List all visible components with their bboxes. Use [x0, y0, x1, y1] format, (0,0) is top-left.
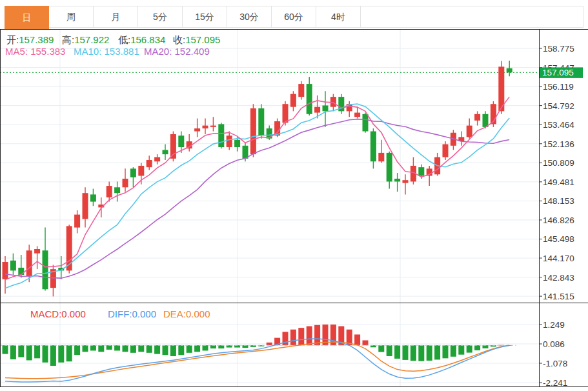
dea-value: 0.000	[186, 308, 210, 319]
svg-text:154.792: 154.792	[543, 101, 574, 111]
ohlc-close: 收:157.095	[173, 34, 220, 46]
macd-legend: MACD:0.000 DIFF:0.000 DEA:0.000	[0, 308, 536, 320]
tab-月[interactable]: 月	[94, 6, 138, 27]
macd-label: MACD:	[30, 308, 61, 319]
tab-15分[interactable]: 15分	[183, 6, 227, 27]
ma10-legend: MA10: 153.881	[74, 46, 139, 57]
ma10-value: 153.881	[105, 46, 139, 57]
ohlc-high: 高:157.922	[62, 34, 109, 46]
svg-text:0.086: 0.086	[543, 339, 565, 349]
svg-text:152.136: 152.136	[543, 139, 574, 149]
tab-bar: 日周月5分15分30分60分4时	[5, 6, 583, 28]
tab-60分[interactable]: 60分	[272, 6, 316, 27]
svg-text:146.826: 146.826	[543, 216, 574, 225]
low-value: 156.834	[130, 34, 165, 45]
price-axis: 158.775157.447156.119154.792153.464152.1…	[539, 44, 574, 301]
dea-value-legend: DEA:0.000	[163, 308, 210, 319]
ohlc-readout: 开:157.389 高:157.922 低:156.834 收:157.095	[0, 34, 536, 46]
svg-text:141.515: 141.515	[543, 292, 574, 301]
tab-4时[interactable]: 4时	[316, 6, 361, 27]
ma-lines	[5, 97, 509, 288]
ma5-label: MA5:	[5, 46, 28, 57]
ohlc-open: 开:157.389	[6, 34, 54, 46]
ma-legend: MA5: 155.383 MA10: 153.881 MA20: 152.409	[0, 46, 536, 57]
tab-bar-filler	[361, 6, 583, 27]
tab-5分[interactable]: 5分	[138, 6, 183, 27]
macd-value: 0.000	[61, 308, 86, 319]
candlestick-chart-canvas[interactable]: 158.775157.447156.119154.792153.464152.1…	[0, 0, 588, 391]
svg-text:144.170: 144.170	[543, 254, 574, 263]
low-label: 低:	[118, 34, 130, 45]
diff-value-legend: DIFF:0.000	[108, 308, 156, 319]
svg-text:150.809: 150.809	[543, 158, 574, 168]
ma10-line	[5, 104, 509, 288]
high-label: 高:	[62, 34, 74, 45]
svg-text:158.775: 158.775	[543, 44, 574, 54]
macd-value-legend: MACD:0.000	[30, 308, 86, 319]
ohlc-low: 低:156.834	[118, 34, 165, 46]
svg-text:153.464: 153.464	[543, 120, 574, 130]
ma10-label: MA10:	[74, 46, 101, 57]
svg-text:149.481: 149.481	[543, 177, 574, 187]
gridlines	[0, 29, 539, 386]
svg-text:-1.078: -1.078	[543, 359, 567, 368]
current-price-badge: 157.095	[540, 67, 583, 78]
tab-日[interactable]: 日	[5, 6, 49, 29]
dea-label: DEA:	[163, 308, 186, 319]
svg-text:-2.241: -2.241	[543, 378, 567, 388]
svg-text:1.249: 1.249	[543, 320, 565, 330]
ma5-legend: MA5: 155.383	[5, 46, 65, 57]
ma20-legend: MA20: 152.409	[144, 46, 210, 57]
svg-text:142.843: 142.843	[543, 273, 574, 283]
diff-value: 0.000	[132, 308, 157, 319]
candles-layer	[3, 61, 512, 296]
ma5-line	[5, 97, 509, 279]
svg-text:148.153: 148.153	[543, 196, 574, 206]
svg-text:157.095: 157.095	[542, 68, 574, 77]
tab-周[interactable]: 周	[49, 6, 94, 27]
open-value: 157.389	[19, 34, 54, 45]
tab-30分[interactable]: 30分	[227, 6, 272, 27]
ma5-value: 155.383	[30, 46, 65, 57]
svg-text:156.119: 156.119	[543, 82, 574, 92]
macd-axis: 1.2490.086-1.078-2.241	[539, 320, 567, 388]
ma20-value: 152.409	[175, 46, 210, 57]
close-value: 157.095	[185, 34, 220, 45]
diff-label: DIFF:	[108, 308, 132, 319]
svg-text:145.498: 145.498	[543, 234, 574, 244]
ma20-label: MA20:	[144, 46, 172, 57]
open-label: 开:	[6, 34, 19, 45]
high-value: 157.922	[74, 34, 109, 45]
close-label: 收:	[173, 34, 185, 45]
